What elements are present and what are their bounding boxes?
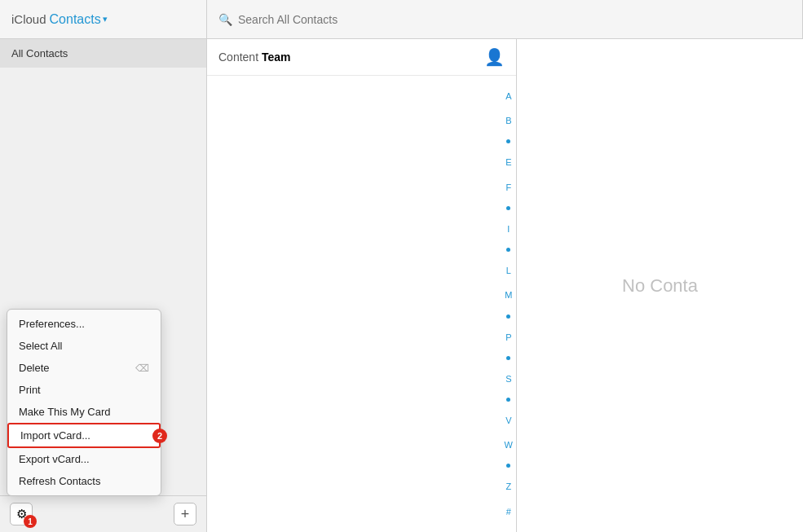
menu-item-export-vcard[interactable]: Export vCard... (7, 448, 161, 470)
delete-label: Delete (19, 362, 50, 374)
print-label: Print (19, 384, 41, 396)
gear-badge: 1 (24, 515, 37, 528)
alpha-letter[interactable]: E (505, 156, 511, 168)
alpha-dot-indicator (506, 206, 510, 210)
app-section[interactable]: Contacts (50, 12, 101, 27)
contacts-header: Content Team 👤 (207, 39, 516, 76)
alpha-letter[interactable]: Z (505, 481, 511, 492)
export-vcard-label: Export vCard... (19, 453, 90, 465)
contacts-panel: Content Team 👤 ABEFILMPSVWZ# (207, 39, 517, 532)
alpha-letter[interactable]: A (505, 90, 511, 102)
group-title: Content Team (218, 51, 290, 64)
alpha-letter[interactable]: # (506, 506, 511, 517)
alpha-letter[interactable]: I (507, 223, 510, 235)
menu-item-make-my-card[interactable]: Make This My Card (7, 401, 161, 423)
app-branding: iCloud Contacts ▾ (0, 0, 207, 38)
add-person-icon[interactable]: 👤 (484, 47, 505, 67)
search-input[interactable] (238, 13, 791, 26)
alpha-letter[interactable]: P (505, 332, 511, 343)
plus-icon: + (181, 506, 190, 523)
import-vcard-label: Import vCard... (20, 429, 90, 442)
alpha-dot-indicator (506, 314, 510, 319)
detail-panel: No Conta (517, 39, 803, 532)
alpha-letter[interactable]: M (505, 289, 512, 301)
alpha-letter[interactable]: S (505, 373, 511, 385)
app-name: iCloud (11, 12, 46, 26)
top-bar: iCloud Contacts ▾ 🔍 (0, 0, 803, 39)
alpha-letter[interactable]: W (505, 439, 513, 451)
alpha-letter[interactable]: F (505, 182, 511, 193)
gear-button[interactable]: ⚙ 1 (10, 503, 33, 525)
preferences-label: Preferences... (19, 318, 85, 330)
menu-item-select-all[interactable]: Select All (7, 335, 161, 357)
alpha-letter[interactable]: B (505, 115, 511, 126)
menu-item-delete[interactable]: Delete ⌫ (7, 357, 161, 379)
alpha-letter[interactable]: L (506, 265, 511, 276)
alpha-dot-indicator (506, 356, 510, 360)
chevron-down-icon[interactable]: ▾ (103, 14, 108, 24)
no-contact-selected-text: No Conta (622, 275, 698, 297)
import-vcard-badge: 2 (152, 429, 167, 443)
search-icon: 🔍 (218, 13, 232, 26)
alpha-dot-indicator (506, 398, 510, 402)
menu-item-refresh-contacts[interactable]: Refresh Contacts (7, 470, 161, 492)
alpha-dot-indicator (506, 139, 510, 143)
group-label: Content (218, 51, 258, 64)
menu-item-import-vcard[interactable]: Import vCard... 2 (7, 423, 161, 448)
search-area: 🔍 (207, 0, 803, 38)
select-all-label: Select All (19, 340, 62, 352)
alpha-index: ABEFILMPSVWZ# (505, 84, 513, 524)
alpha-letter[interactable]: V (505, 415, 511, 426)
sidebar-bottom-bar: ⚙ 1 + (0, 495, 206, 532)
sidebar: All Contacts Preferences... Select All D… (0, 39, 207, 532)
make-my-card-label: Make This My Card (19, 406, 110, 418)
add-contact-button[interactable]: + (174, 503, 196, 525)
context-menu: Preferences... Select All Delete ⌫ Print… (7, 309, 161, 496)
all-contacts-label[interactable]: All Contacts (0, 39, 206, 68)
menu-item-preferences[interactable]: Preferences... (7, 313, 161, 335)
alpha-dot-indicator (506, 248, 510, 252)
group-name: Team (262, 51, 291, 64)
main-layout: All Contacts Preferences... Select All D… (0, 39, 803, 532)
alpha-dot-indicator (506, 464, 510, 468)
delete-shortcut-icon: ⌫ (135, 363, 149, 374)
contacts-list: ABEFILMPSVWZ# (207, 76, 516, 532)
menu-item-print[interactable]: Print (7, 379, 161, 401)
refresh-contacts-label: Refresh Contacts (19, 475, 100, 487)
